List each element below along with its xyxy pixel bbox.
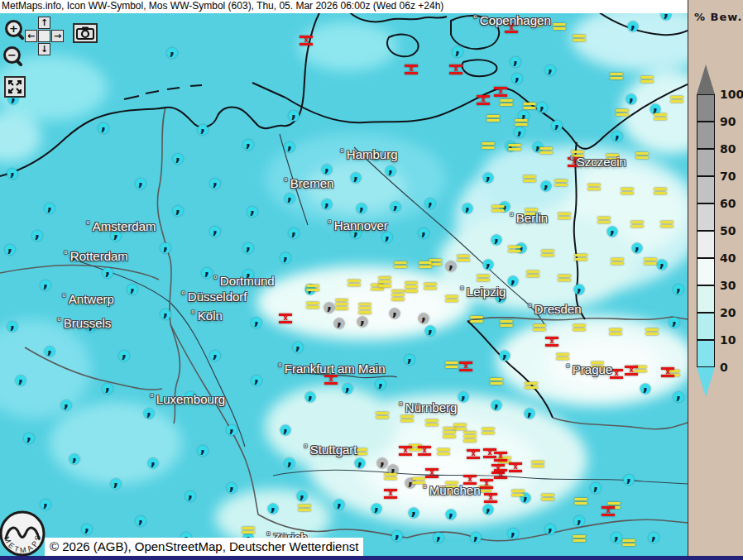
drizzle-icon (483, 173, 494, 184)
drizzle-icon (612, 132, 623, 142)
drizzle-icon (508, 529, 519, 539)
freezing-precip-icon (418, 446, 431, 456)
legend-tick-label: 0 (720, 361, 728, 373)
fullscreen-button[interactable] (4, 76, 26, 98)
drizzle-icon (293, 342, 304, 353)
drizzle-icon (297, 491, 308, 502)
zoom-in-button[interactable]: + (5, 20, 25, 40)
city-label: °Antwerp (62, 292, 114, 306)
city-label: °Hamburg (340, 147, 398, 161)
drizzle-icon (649, 533, 659, 543)
legend-tick-label: 20 (720, 307, 736, 318)
freezing-precip-icon (477, 95, 490, 105)
title-bar: MetMaps.info, Icon WW-Symbol, Mos WW-Sym… (0, 0, 688, 13)
pan-up-button[interactable]: ↑ (38, 17, 50, 29)
pan-left-button[interactable]: ← (25, 30, 37, 42)
camera-icon (76, 26, 94, 40)
freezing-precip-icon (494, 469, 507, 479)
city-name: Hannover (334, 218, 388, 232)
drizzle-icon (458, 392, 469, 403)
metmaps-logo[interactable]: METMAPS (0, 510, 46, 558)
city-name: Szczecin (577, 155, 626, 169)
city-marker-icon: ° (304, 443, 308, 454)
drizzle-icon (103, 268, 113, 279)
drizzle-icon (285, 194, 295, 204)
arrow-right-icon: → (54, 31, 61, 41)
legend-segment (697, 258, 715, 285)
mist-icon (438, 448, 450, 455)
drizzle-icon (322, 165, 333, 175)
mist-icon (573, 35, 586, 41)
drizzle-icon (16, 376, 26, 386)
city-label: °Bremen (284, 176, 333, 190)
drizzle-icon (82, 524, 93, 535)
drizzle-icon (376, 380, 386, 390)
zoom-out-button[interactable]: − (3, 46, 23, 66)
drizzle-icon (167, 48, 178, 59)
drizzle-icon (7, 322, 18, 333)
city-marker-icon: ° (510, 211, 514, 223)
legend-segment (697, 313, 715, 340)
drizzle-icon (280, 425, 291, 436)
pan-right-button[interactable]: → (51, 30, 64, 42)
city-name: München (429, 483, 481, 497)
mist-icon (501, 99, 513, 106)
mist-icon (636, 152, 649, 159)
mist-icon (487, 115, 500, 122)
city-marker-icon: ° (57, 316, 61, 328)
city-marker-icon: ° (284, 176, 288, 188)
freezing-precip-icon (324, 375, 338, 385)
drizzle-icon (32, 231, 43, 242)
drizzle-icon (119, 351, 130, 361)
fog-icon (379, 277, 391, 288)
drizzle-icon (541, 181, 552, 192)
mist-icon (501, 320, 513, 327)
drizzle-icon (210, 227, 221, 237)
map-canvas[interactable]: °Copenhagen°Hamburg°Bremen°Hannover°Amst… (0, 13, 688, 560)
city-label: °Leipzig (460, 285, 506, 299)
window-bottom-bar (0, 556, 743, 560)
drizzle-icon (210, 179, 221, 189)
legend-tick-label: 80 (720, 143, 736, 155)
drizzle-icon (552, 121, 563, 132)
city-name: Hamburg (347, 147, 398, 161)
mist-icon (307, 285, 319, 291)
mist-icon (509, 246, 521, 252)
city-name: Prague (573, 362, 612, 376)
mist-icon (646, 328, 659, 335)
mist-icon (654, 188, 667, 194)
city-marker-icon: ° (340, 147, 344, 159)
city-label: °Köln (191, 309, 223, 323)
mist-icon (512, 490, 525, 496)
snapshot-button[interactable] (73, 23, 98, 43)
drizzle-icon (500, 351, 511, 361)
city-name: Düsseldorf (188, 290, 247, 304)
city-marker-icon: ° (64, 249, 68, 261)
mist-icon (515, 119, 528, 126)
city-label: °Prague (566, 362, 612, 376)
city-label: °Stuttgart (304, 443, 357, 457)
freezing-precip-icon (545, 337, 558, 347)
city-label: °Amsterdam (86, 219, 156, 233)
mist-icon (558, 213, 571, 219)
drizzle-icon (41, 500, 51, 510)
legend-segment (697, 340, 715, 367)
pan-center (38, 30, 50, 42)
drizzle-icon (515, 127, 525, 138)
drizzle-icon (382, 232, 393, 243)
drizzle-icon (512, 74, 523, 84)
drizzle-icon (334, 500, 345, 510)
drizzle-icon (127, 285, 138, 295)
legend-segment (697, 231, 715, 258)
drizzle-icon (144, 409, 155, 419)
drizzle-icon (525, 409, 535, 419)
mist-icon (554, 23, 566, 30)
city-marker-icon: ° (150, 392, 154, 404)
freezing-precip-icon (425, 468, 439, 478)
mist-icon (573, 535, 586, 542)
legend-tick-label: 10 (720, 334, 736, 346)
mist-icon (395, 261, 407, 268)
pan-down-button[interactable]: ↓ (38, 43, 50, 55)
mist-icon (424, 283, 437, 290)
city-marker-icon: ° (328, 218, 332, 230)
